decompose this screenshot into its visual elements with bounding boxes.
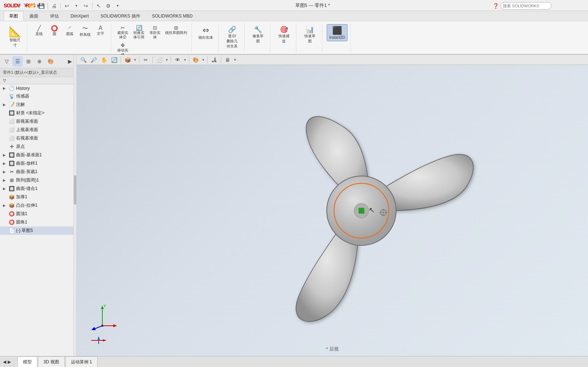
tree-item-front-plane[interactable]: ⬜ 前视基准面 [0, 117, 76, 126]
tree-item-fillet1[interactable]: ⭕ 圆角1 [0, 218, 76, 226]
viewport[interactable]: ↖ Y [77, 65, 588, 356]
tree-item-boss-extrude1[interactable]: ▶ 📦 凸台-拉伸1 [0, 201, 76, 210]
tree-item-history[interactable]: ▶ 🕐 History [0, 84, 76, 92]
nav-prev-button[interactable]: ◀ [3, 359, 6, 364]
tab-motion-study1[interactable]: 运动算例 1 [65, 356, 98, 367]
tree-item-surface-trim1[interactable]: ▶ ✂ 曲面-剪裁1 [0, 168, 76, 176]
standard-views-button[interactable]: 📦 [123, 56, 132, 64]
select-button[interactable]: ↖ [95, 2, 103, 10]
section-view-button[interactable]: ✂ [141, 56, 150, 64]
settings-dropdown[interactable]: ▼ [114, 2, 122, 10]
expand-surface-knit1-icon[interactable]: ▶ [3, 187, 7, 191]
repair-sketch-button[interactable]: 🔧 修复草图 [249, 24, 267, 45]
tree-item-right-plane[interactable]: ⬜ 右视基准面 [0, 134, 76, 142]
text-button[interactable]: A 文字 [93, 24, 108, 37]
view-toolbar: 🔍 🔎 ✋ 🔄 📦 ▼ ✂ ⬜ ▼ 👁 ▼ 🎨 ▼ 🏞 🖥 ▼ [77, 55, 588, 65]
filter-button[interactable]: ▽ [1, 56, 12, 66]
spline-button[interactable]: 〜 样条线 [78, 24, 92, 38]
instant2d-button[interactable]: ⬛ Instant2D [327, 24, 348, 41]
nav-next-button[interactable]: ▶ [8, 359, 11, 364]
tab-sw-mbd[interactable]: SOLIDWORKS MBD [147, 11, 198, 21]
undo-dropdown[interactable]: ▼ [72, 2, 80, 10]
offset-button[interactable]: ⊟ 等距实体 [148, 24, 162, 40]
tree-item-pattern-circular1[interactable]: ▶ ⊞ 阵列(圆周)1 [0, 176, 76, 184]
tree-filter-row[interactable]: ▽ [0, 77, 76, 84]
move-label: 移动实体 [117, 48, 128, 55]
redo-button[interactable]: ↪ [82, 2, 90, 10]
new-button[interactable]: 📄 [18, 2, 26, 10]
trim-label: 裁剪实体② [117, 31, 128, 39]
view-sep2 [139, 57, 139, 63]
tab-dimxpert[interactable]: DimXpert [65, 11, 94, 21]
arc-button[interactable]: ◜ 圆弧 [62, 24, 77, 37]
tree-item-sketch5[interactable]: 📄 (-) 草图5 [0, 226, 76, 235]
zoom-in-button[interactable]: 🔎 [89, 56, 98, 64]
tree-item-surface-knit1[interactable]: ▶ 🔲 曲面-缝合1 [0, 184, 76, 193]
expand-history-icon[interactable]: ▶ [3, 86, 7, 90]
appearances-button[interactable]: 🎨 [191, 56, 200, 64]
linear-pattern-button[interactable]: ⊞ 线性草图阵列 [164, 24, 189, 36]
tree-item-dome1[interactable]: ⭕ 圆顶1 [0, 210, 76, 218]
tree-item-surface-plane1[interactable]: ▶ 🔲 曲面-基准面1 [0, 151, 76, 159]
expand-surface-trim1-icon[interactable]: ▶ [3, 170, 7, 174]
scene-button[interactable]: 🏞 [210, 56, 219, 64]
zoom-to-fit-button[interactable]: 🔍 [79, 56, 88, 64]
print-button[interactable]: 🖨 [50, 2, 58, 10]
property-manager-button[interactable]: ⊞ [23, 56, 34, 66]
appearances-dropdown[interactable]: ▼ [202, 58, 205, 62]
mirror-button[interactable]: ⇔ 镜向实体 [196, 24, 215, 42]
search-input[interactable] [500, 2, 551, 9]
help-icon[interactable]: ❓ [493, 3, 499, 9]
convert-button[interactable]: 🔄 转换实体引用 [132, 24, 146, 40]
save-button[interactable]: 💾 [37, 2, 45, 10]
move-button[interactable]: ✥ 移动实体 [115, 42, 130, 55]
quicksketch-button[interactable]: 📊 快速草图 [301, 24, 319, 45]
propeller-3d-model: ↖ [230, 83, 486, 339]
hide-show-dropdown[interactable]: ▼ [183, 58, 187, 62]
open-button[interactable]: 📂 [28, 2, 36, 10]
scrollbar-thumb[interactable] [74, 175, 77, 204]
display-manager-button[interactable]: 🖥 [223, 56, 232, 64]
tree-item-annotations[interactable]: ▶ 📝 注解 [0, 100, 76, 109]
line-button[interactable]: ╱ 直线 [32, 24, 46, 37]
expand-surface-loft1-icon[interactable]: ▶ [3, 161, 7, 165]
display-style-button[interactable]: ⬜ [155, 56, 164, 64]
display-relations-button[interactable]: 🔗 显示/删除几何关系 [223, 24, 241, 50]
trim-button[interactable]: ✂ 裁剪实体② [115, 24, 130, 40]
tab-model[interactable]: 模型 [18, 356, 37, 367]
tab-surface[interactable]: 曲面 [24, 11, 44, 21]
hide-show-button[interactable]: 👁 [173, 56, 182, 64]
standard-views-dropdown[interactable]: ▼ [133, 58, 137, 62]
tab-sw-addins[interactable]: SOLIDWORKS 插件 [95, 11, 146, 21]
tab-3d-view[interactable]: 3D 视图 [38, 356, 65, 367]
tree-item-sensors[interactable]: 📡 传感器 [0, 92, 76, 100]
tree-item-thicken1[interactable]: 📦 加厚1 [0, 193, 76, 201]
config-manager-button[interactable]: ⊕ [34, 56, 45, 66]
tab-sketch[interactable]: 草图 [4, 11, 23, 21]
rotate-view-button[interactable]: 🔄 [110, 56, 118, 64]
linear-pattern-icon: ⊞ [174, 25, 178, 31]
expand-pattern-circular1-icon[interactable]: ▶ [3, 178, 7, 182]
undo-button[interactable]: ↩ [63, 2, 71, 10]
scrollbar[interactable] [73, 55, 76, 356]
tree-item-top-plane[interactable]: ⬜ 上视基准面 [0, 126, 76, 134]
expand-boss-extrude1-icon[interactable]: ▶ [3, 203, 7, 207]
sensors-icon: 📡 [9, 93, 15, 99]
appearance-manager-button[interactable]: 🎨 [45, 56, 56, 66]
settings-button[interactable]: ⚙ [104, 2, 112, 10]
display-manager-dropdown[interactable]: ▼ [234, 58, 237, 62]
feature-tree-button[interactable]: ☰ [12, 56, 23, 66]
search-box[interactable]: ❓ [493, 2, 551, 9]
smart-dimension-button[interactable]: 📐 智能尺寸 [6, 24, 24, 49]
pan-button[interactable]: ✋ [99, 56, 108, 64]
expand-top-plane-icon [3, 128, 7, 132]
display-style-dropdown[interactable]: ▼ [165, 58, 168, 62]
tree-item-origin[interactable]: ✛ 原点 [0, 142, 76, 151]
circle-button[interactable]: ⭕ 圆 [47, 24, 62, 37]
expand-annotations-icon[interactable]: ▶ [3, 103, 7, 107]
quicksnap-button[interactable]: 🎯 快速捕捉 [275, 24, 293, 45]
expand-surface-plane1-icon[interactable]: ▶ [3, 153, 7, 157]
tree-item-surface-loft1[interactable]: ▶ 🔲 曲面-放样1 [0, 159, 76, 168]
tab-evaluate[interactable]: 评估 [45, 11, 64, 21]
tree-item-material[interactable]: 🔲 材质 <未指定> [0, 109, 76, 117]
